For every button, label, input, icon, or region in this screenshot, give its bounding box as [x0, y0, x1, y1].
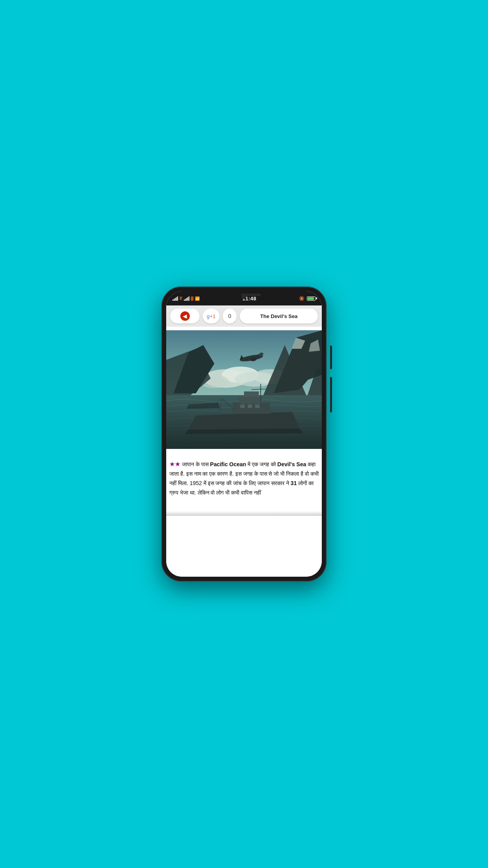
- phone-screen: T̶ ▓ 📶 11:48 🔕: [166, 291, 322, 577]
- carrier-icon: T̶: [180, 296, 182, 301]
- svg-rect-29: [166, 330, 322, 449]
- toolbar: ◀ g+1 0 The Devil's Sea: [166, 305, 322, 327]
- bell-icon: 🔕: [299, 296, 305, 301]
- signal-bars: [172, 296, 178, 301]
- back-arrow-icon: ◀: [180, 311, 190, 321]
- battery-icon: [307, 296, 316, 301]
- speaker: [241, 294, 261, 296]
- count-badge: 0: [223, 309, 237, 324]
- wifi-icon: 📶: [195, 296, 200, 301]
- gplus-button[interactable]: g+1: [203, 309, 220, 324]
- title-button[interactable]: The Devil's Sea: [240, 309, 318, 324]
- app-content: ◀ g+1 0 The Devil's Sea: [166, 305, 322, 577]
- article-text: ★★ जापान के पास Pacific Ocean में एक जगह…: [166, 452, 322, 504]
- article-body: जापान के पास Pacific Ocean में एक जगह को…: [169, 461, 319, 496]
- back-button[interactable]: ◀: [170, 309, 200, 324]
- star-rating: ★★: [169, 461, 180, 467]
- phone-frame: T̶ ▓ 📶 11:48 🔕: [161, 287, 327, 581]
- power-button: [330, 346, 332, 369]
- article-image: [166, 327, 322, 452]
- content-area: ★★ जापान के पास Pacific Ocean में एक जगह…: [166, 327, 322, 577]
- gplus-label: g+1: [207, 313, 216, 319]
- signal-strength-icon: ▓: [191, 296, 194, 300]
- volume-button: [330, 377, 332, 412]
- status-right: 🔕: [299, 296, 316, 301]
- status-left: T̶ ▓ 📶: [172, 296, 200, 301]
- signal-bars-2: [184, 296, 189, 301]
- bottom-fade: [166, 504, 322, 516]
